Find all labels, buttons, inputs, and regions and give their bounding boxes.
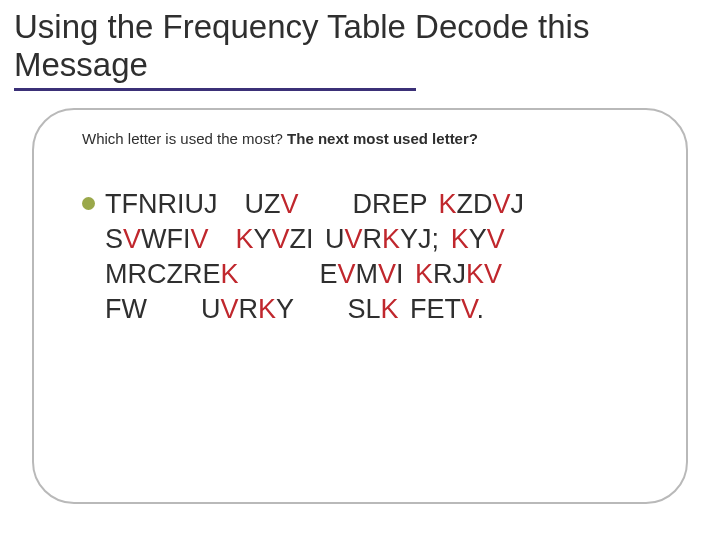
- cipher-segment: R: [363, 224, 383, 254]
- cipher-highlight: V: [378, 259, 396, 289]
- cipher-segment: DREP: [299, 189, 439, 219]
- cipher-highlight: K: [415, 259, 433, 289]
- cipher-segment: E: [239, 259, 338, 289]
- bullet-icon: [82, 197, 95, 210]
- cipher-highlight: V: [220, 294, 238, 324]
- cipher-highlight: K: [451, 224, 469, 254]
- subtitle: Which letter is used the most? The next …: [82, 130, 648, 147]
- cipher-highlight: V: [345, 224, 363, 254]
- cipher-highlight: V: [123, 224, 141, 254]
- cipher-highlight: K: [236, 224, 254, 254]
- cipher-segment: Y: [254, 224, 272, 254]
- content-frame: Which letter is used the most? The next …: [32, 108, 688, 504]
- cipher-highlight: K: [381, 294, 399, 324]
- cipher-segment: R: [239, 294, 259, 324]
- slide-title: Using the Frequency Table Decode this Me…: [14, 8, 706, 84]
- cipher-highlight: V: [487, 224, 505, 254]
- subtitle-part2: The next most used letter?: [287, 130, 478, 147]
- cipher-segment: [209, 224, 236, 254]
- cipher-highlight: V: [493, 189, 511, 219]
- cipher-segment: ZD: [457, 189, 493, 219]
- cipher-highlight: K: [382, 224, 400, 254]
- cipher-segment: RJ: [433, 259, 466, 289]
- cipher-highlight: V: [280, 189, 298, 219]
- slide: Using the Frequency Table Decode this Me…: [0, 0, 720, 540]
- cipher-highlight: V: [338, 259, 356, 289]
- cipher-segment: .: [477, 294, 485, 324]
- cipher-segment: Y: [469, 224, 487, 254]
- cipher-segment: I: [396, 259, 415, 289]
- cipher-highlight: K: [439, 189, 457, 219]
- cipher-text: TFNRIUJ UZV DREP KZDVJ SVWFIV KYVZI UVRK…: [105, 187, 648, 327]
- cipher-segment: FET: [399, 294, 462, 324]
- title-block: Using the Frequency Table Decode this Me…: [0, 0, 720, 86]
- cipher-segment: TFNRIUJ UZ: [105, 189, 280, 219]
- title-underline: [14, 88, 416, 91]
- cipher-highlight: V: [272, 224, 290, 254]
- cipher-highlight: V: [191, 224, 209, 254]
- cipher-segment: Y SL: [276, 294, 381, 324]
- cipher-segment: YJ;: [400, 224, 451, 254]
- subtitle-part1: Which letter is used the most?: [82, 130, 287, 147]
- cipher-highlight: K: [221, 259, 239, 289]
- cipher-segment: ZI U: [290, 224, 345, 254]
- cipher-block: TFNRIUJ UZV DREP KZDVJ SVWFIV KYVZI UVRK…: [82, 187, 648, 327]
- cipher-segment: WFI: [141, 224, 190, 254]
- cipher-segment: M: [356, 259, 379, 289]
- cipher-highlight: V: [461, 294, 477, 324]
- cipher-highlight: KV: [466, 259, 502, 289]
- cipher-highlight: K: [258, 294, 276, 324]
